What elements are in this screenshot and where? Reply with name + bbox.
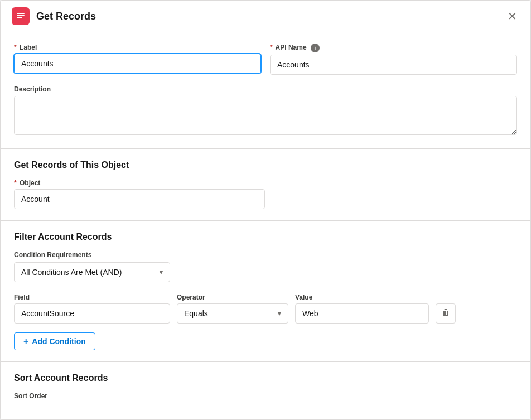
operator-select-wrapper: Equals Not Equal To Contains Does Not Co… bbox=[177, 303, 288, 324]
api-name-input[interactable] bbox=[270, 55, 517, 75]
api-name-info-icon[interactable]: i bbox=[311, 44, 320, 52]
get-records-icon bbox=[12, 7, 30, 25]
object-input[interactable] bbox=[14, 189, 265, 209]
add-condition-label: Add Condition bbox=[32, 337, 85, 346]
object-field-label: * Object bbox=[14, 179, 265, 187]
condition-req-label: Condition Requirements bbox=[14, 251, 517, 259]
filter-section-title: Filter Account Records bbox=[14, 232, 517, 242]
get-records-section-title: Get Records of This Object bbox=[14, 160, 517, 170]
condition-requirements-select[interactable]: All Conditions Are Met (AND) Any Conditi… bbox=[14, 262, 170, 282]
svg-rect-1 bbox=[17, 15, 25, 16]
condition-value-input[interactable] bbox=[295, 303, 429, 324]
condition-value-group: Value bbox=[295, 293, 429, 324]
description-field-group: Description bbox=[14, 84, 517, 137]
close-button[interactable]: ✕ bbox=[505, 7, 519, 25]
modal-header-left: Get Records bbox=[12, 7, 96, 25]
condition-requirements-wrapper: All Conditions Are Met (AND) Any Conditi… bbox=[14, 262, 170, 282]
object-field-group: * Object bbox=[14, 179, 265, 209]
delete-condition-button[interactable] bbox=[436, 303, 456, 324]
condition-row: Field Operator Equals Not Equal To Conta… bbox=[14, 293, 517, 324]
condition-operator-label: Operator bbox=[177, 293, 288, 301]
condition-field-label: Field bbox=[14, 293, 170, 301]
condition-field-input[interactable] bbox=[14, 303, 170, 324]
label-field-group: * Label bbox=[14, 44, 261, 75]
condition-operator-group: Operator Equals Not Equal To Contains Do… bbox=[177, 293, 288, 324]
label-input[interactable] bbox=[14, 54, 261, 74]
basic-info-section: * Label * API Name i Descriptio bbox=[1, 32, 530, 149]
modal-title: Get Records bbox=[36, 11, 96, 22]
label-required-star: * bbox=[14, 44, 17, 51]
description-textarea[interactable] bbox=[14, 96, 517, 135]
svg-rect-0 bbox=[17, 13, 25, 14]
sort-order-label: Sort Order bbox=[14, 392, 517, 400]
close-icon: ✕ bbox=[508, 9, 517, 23]
sort-section: Sort Account Records Sort Order bbox=[1, 362, 530, 411]
api-name-field-label: * API Name i bbox=[270, 44, 517, 52]
get-records-object-section: Get Records of This Object * Object bbox=[1, 149, 530, 221]
label-api-row: * Label * API Name i bbox=[14, 44, 517, 75]
filter-section: Filter Account Records Condition Require… bbox=[1, 221, 530, 362]
modal-header: Get Records ✕ bbox=[1, 1, 530, 32]
object-required-star: * bbox=[14, 179, 17, 187]
modal-body: * Label * API Name i Descriptio bbox=[1, 32, 530, 411]
api-name-required-star: * bbox=[270, 44, 273, 51]
condition-requirements-group: Condition Requirements All Conditions Ar… bbox=[14, 251, 517, 282]
condition-field-group: Field bbox=[14, 293, 170, 324]
condition-value-label: Value bbox=[295, 293, 429, 301]
svg-rect-2 bbox=[17, 17, 22, 18]
sort-section-title: Sort Account Records bbox=[14, 373, 517, 383]
add-condition-button[interactable]: + Add Condition bbox=[14, 332, 95, 350]
trash-icon bbox=[441, 308, 450, 319]
label-field-label: * Label bbox=[14, 44, 261, 51]
operator-select[interactable]: Equals Not Equal To Contains Does Not Co… bbox=[177, 303, 288, 324]
add-condition-plus-icon: + bbox=[23, 337, 28, 346]
modal-container: Get Records ✕ * Label * bbox=[0, 0, 531, 420]
description-label: Description bbox=[14, 85, 51, 93]
api-name-field-group: * API Name i bbox=[270, 44, 517, 75]
